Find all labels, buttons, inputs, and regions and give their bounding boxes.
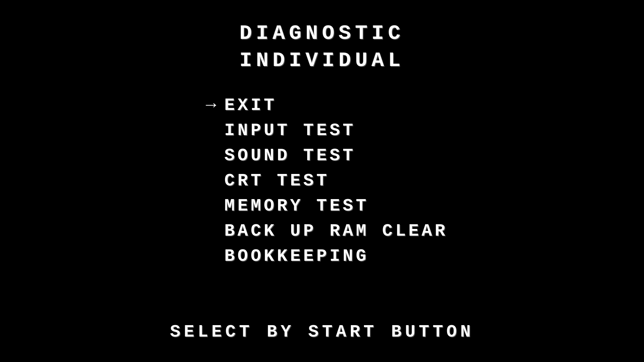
menu-item[interactable]: →MEMORY TEST (196, 195, 369, 217)
menu-item-label: CRT TEST (224, 171, 330, 191)
menu-item-label: SOUND TEST (224, 146, 356, 166)
menu-item[interactable]: →BACK UP RAM CLEAR (196, 220, 448, 242)
menu-item-label: EXIT (224, 96, 277, 115)
menu-item-label: INPUT TEST (224, 121, 356, 140)
menu-item[interactable]: →EXIT (196, 94, 277, 117)
menu-item[interactable]: →INPUT TEST (196, 119, 356, 142)
menu-item[interactable]: →BOOKKEEPING (196, 245, 369, 267)
menu-arrow-icon: → (196, 97, 216, 114)
footer-block: SELECT BY START BUTTON (0, 322, 644, 342)
title-block: DIAGNOSTIC INDIVIDUAL (239, 20, 405, 74)
menu-item-label: BACK UP RAM CLEAR (224, 221, 448, 241)
menu-block: →EXIT→INPUT TEST→SOUND TEST→CRT TEST→MEM… (196, 94, 448, 267)
title-line1: DIAGNOSTIC (239, 20, 405, 47)
menu-item-label: MEMORY TEST (224, 196, 369, 216)
title-line2: INDIVIDUAL (239, 47, 405, 74)
diagnostic-screen: DIAGNOSTIC INDIVIDUAL →EXIT→INPUT TEST→S… (0, 0, 644, 362)
menu-item[interactable]: →CRT TEST (196, 170, 330, 192)
menu-item[interactable]: →SOUND TEST (196, 144, 356, 167)
footer-text: SELECT BY START BUTTON (0, 322, 644, 342)
menu-item-label: BOOKKEEPING (224, 246, 369, 266)
